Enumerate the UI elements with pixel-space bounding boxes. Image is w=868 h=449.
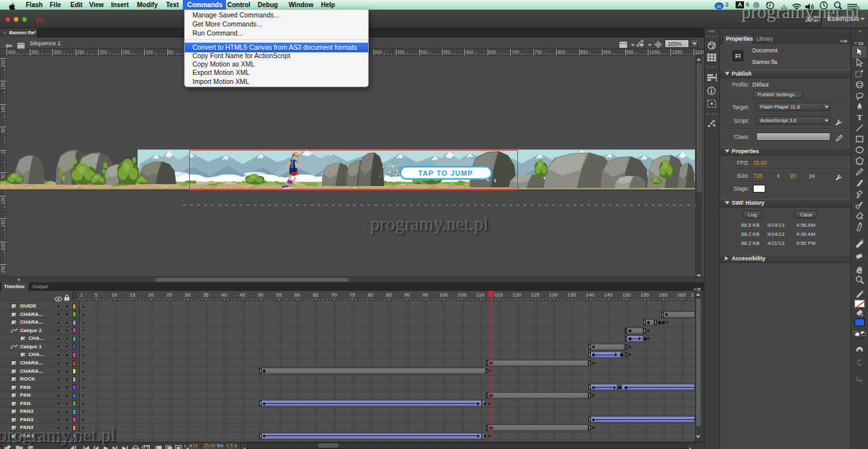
svg-text:cc: cc: [717, 4, 722, 8]
svg-text:T: T: [857, 112, 863, 121]
